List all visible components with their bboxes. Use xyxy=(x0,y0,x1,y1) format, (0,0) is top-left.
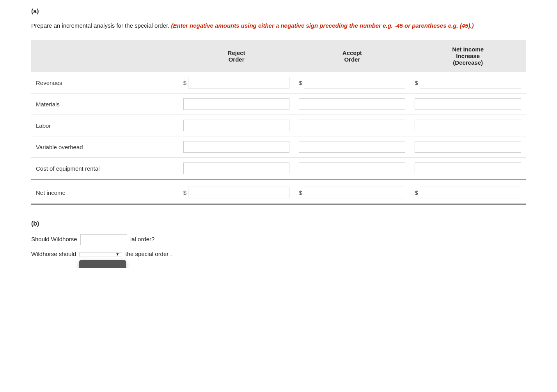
answer-before: Wildhorse should xyxy=(31,251,76,257)
cell-materials-net xyxy=(410,94,526,115)
cell-variable-overhead-reject xyxy=(179,136,294,158)
row-label-revenues: Revenues xyxy=(31,72,179,94)
dropdown-menu: reject ✓ accept xyxy=(79,260,126,268)
row-label-net-income: Net income xyxy=(31,179,179,204)
cell-variable-overhead-accept xyxy=(294,136,410,158)
question-after: ial order? xyxy=(130,236,155,242)
dollar-sign: $ xyxy=(299,79,302,86)
cell-materials-accept xyxy=(294,94,410,115)
cell-labor-accept xyxy=(294,115,410,136)
input-revenues-accept[interactable] xyxy=(304,77,405,88)
input-materials-accept[interactable] xyxy=(299,98,405,110)
dollar-sign: $ xyxy=(415,79,418,86)
input-variable-overhead-accept[interactable] xyxy=(299,141,405,153)
table-row-net-income: Net income $ $ xyxy=(31,179,526,204)
row-label-labor: Labor xyxy=(31,115,179,136)
cell-equipment-rental-accept xyxy=(294,158,410,180)
section-a: (a) Prepare an incremental analysis for … xyxy=(31,8,526,205)
incremental-analysis-table: RejectOrder AcceptOrder Net IncomeIncrea… xyxy=(31,40,526,205)
instruction-highlight: (Enter negative amounts using either a n… xyxy=(171,22,474,29)
cell-revenues-net: $ xyxy=(410,72,526,94)
cell-revenues-accept: $ xyxy=(294,72,410,94)
input-variable-overhead-net[interactable] xyxy=(415,141,521,153)
col-header-label xyxy=(31,40,179,72)
row-label-materials: Materials xyxy=(31,94,179,115)
question-before: Should Wildhorse xyxy=(31,236,77,242)
cell-net-income-net: $ xyxy=(410,179,526,204)
dollar-sign: $ xyxy=(183,189,186,196)
input-revenues-reject[interactable] xyxy=(188,77,289,88)
row-label-equipment-rental: Cost of equipment rental xyxy=(31,158,179,180)
input-variable-overhead-reject[interactable] xyxy=(183,141,290,153)
input-equipment-rental-reject[interactable] xyxy=(183,162,290,174)
input-equipment-rental-net[interactable] xyxy=(415,162,521,174)
section-b-content: Should Wildhorse ial order? Wildhorse sh… xyxy=(31,233,526,260)
table-row: Labor xyxy=(31,115,526,136)
dollar-sign: $ xyxy=(183,79,186,86)
col-header-net: Net IncomeIncrease(Decrease) xyxy=(410,40,526,72)
cell-materials-reject xyxy=(179,94,294,115)
answer-after: the special order . xyxy=(125,251,172,257)
table-header-row: RejectOrder AcceptOrder Net IncomeIncrea… xyxy=(31,40,526,72)
dollar-sign: $ xyxy=(299,189,302,196)
cell-net-income-reject: $ xyxy=(179,179,294,204)
section-b: (b) Should Wildhorse ial order? Wildhors… xyxy=(31,220,526,260)
row-label-variable-overhead: Variable overhead xyxy=(31,136,179,158)
input-equipment-rental-accept[interactable] xyxy=(299,162,405,174)
input-labor-reject[interactable] xyxy=(183,120,290,131)
table-row: Materials xyxy=(31,94,526,115)
question-line: Should Wildhorse ial order? xyxy=(31,233,526,245)
input-net-income-accept[interactable] xyxy=(304,187,405,198)
input-revenues-net[interactable] xyxy=(420,77,521,88)
instruction-plain: Prepare an incremental analysis for the … xyxy=(31,22,169,29)
cell-net-income-accept: $ xyxy=(294,179,410,204)
input-labor-net[interactable] xyxy=(415,120,521,131)
cell-variable-overhead-net xyxy=(410,136,526,158)
table-row: Cost of equipment rental xyxy=(31,158,526,180)
cell-revenues-reject: $ xyxy=(179,72,294,94)
table-row: Variable overhead xyxy=(31,136,526,158)
input-net-income-net[interactable] xyxy=(420,187,521,198)
input-net-income-reject[interactable] xyxy=(188,187,289,198)
answer-line: Wildhorse should ▼ reject ✓ accept xyxy=(31,248,526,260)
dropdown-trigger[interactable]: ▼ xyxy=(79,253,122,256)
section-b-label: (b) xyxy=(31,220,526,227)
option-reject-label: reject xyxy=(93,265,106,268)
dropdown-option-reject[interactable]: reject xyxy=(79,262,126,268)
cell-labor-reject xyxy=(179,115,294,136)
cell-labor-net xyxy=(410,115,526,136)
instruction-text: Prepare an incremental analysis for the … xyxy=(31,21,526,30)
col-header-accept: AcceptOrder xyxy=(294,40,410,72)
input-materials-reject[interactable] xyxy=(183,98,290,110)
cell-equipment-rental-net xyxy=(410,158,526,180)
section-a-label: (a) xyxy=(31,8,526,15)
input-labor-accept[interactable] xyxy=(299,120,405,131)
input-materials-net[interactable] xyxy=(415,98,521,110)
chevron-down-icon: ▼ xyxy=(115,251,119,258)
dollar-sign: $ xyxy=(415,189,418,196)
table-row: Revenues $ $ xyxy=(31,72,526,94)
cell-equipment-rental-reject xyxy=(179,158,294,180)
col-header-reject: RejectOrder xyxy=(179,40,294,72)
